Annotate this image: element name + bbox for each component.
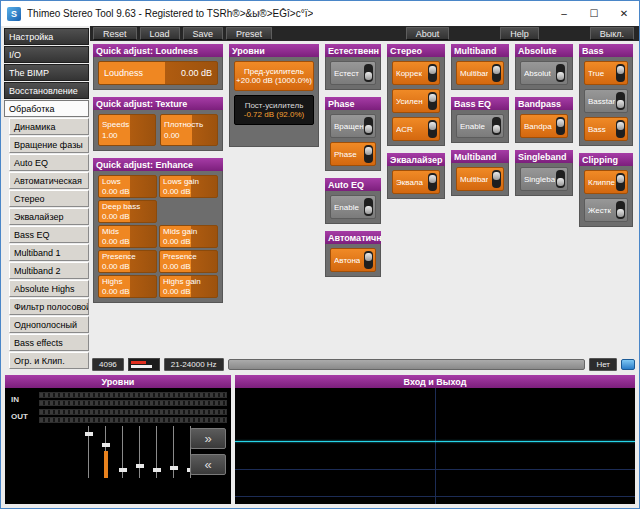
module-column-5: Bass True Basstar Bass	[579, 44, 633, 227]
toggle-phase-rotation[interactable]: Вращен	[330, 114, 376, 138]
presence-gain-slider[interactable]: Presence 0.00 dB	[159, 250, 218, 273]
fader[interactable]	[170, 426, 178, 478]
panel-title: Singleband	[515, 150, 573, 163]
panel-bass: Bass True Basstar Bass	[579, 44, 633, 146]
save-button[interactable]: Save	[183, 27, 224, 40]
post-amplifier-button[interactable]: Пост-усилитель -0.72 dB (92.0%)	[234, 95, 314, 125]
sidebar-item-processing[interactable]: Обработка	[4, 100, 89, 117]
toggle-stereo-boost[interactable]: Усилен	[392, 89, 440, 113]
toggle-natural[interactable]: Естест	[330, 61, 376, 85]
lows-slider[interactable]: Lows 0.00 dB	[98, 175, 157, 198]
toggle-basstardizer[interactable]: Basstar	[584, 89, 628, 113]
sidebar-item-multiband-2[interactable]: Multiband 2	[9, 262, 89, 279]
sidebar-item-multiband-1[interactable]: Multiband 1	[9, 244, 89, 261]
toggle-clipper[interactable]: Клиппе	[584, 170, 628, 194]
pre-amplifier-button[interactable]: Пред-усилитель +20.00 dB (1000.0%)	[234, 61, 314, 91]
fader[interactable]	[102, 426, 110, 478]
sidebar-item-phase-rotation[interactable]: Вращение фазы	[9, 136, 89, 153]
panel-title: Стерео	[387, 44, 445, 57]
panel-title: Вход и Выход	[235, 375, 635, 388]
toggle-bass[interactable]: Bass	[584, 117, 628, 141]
toggle-multiband-1[interactable]: Multibar	[456, 61, 504, 85]
toggle-singleband[interactable]: Singleba	[520, 167, 568, 191]
sidebar-item-singleband[interactable]: Однополосный	[9, 316, 89, 333]
sidebar-item-absolute-highs[interactable]: Absolute Highs	[9, 280, 89, 297]
panel-title: Bass EQ	[451, 97, 509, 110]
slider-label: Lows	[102, 177, 153, 186]
sidebar-item-bass-effects[interactable]: Bass effects	[9, 334, 89, 351]
toggle-multiband-2[interactable]: Multibar	[456, 167, 504, 191]
fader[interactable]	[153, 426, 161, 478]
toggle-absolute[interactable]: Absolut	[520, 61, 568, 85]
sidebar-item-stereo[interactable]: Стерео	[9, 190, 89, 207]
toggle-auto-eq-enable[interactable]: Enable	[330, 195, 376, 219]
fader[interactable]	[119, 426, 127, 478]
content-area: Настройка I/O The BIMP Восстановление Об…	[1, 26, 639, 372]
highs-slider[interactable]: Highs 0.00 dB	[98, 275, 157, 298]
sidebar-item-equalizer[interactable]: Эквалайзер	[9, 208, 89, 225]
maximize-button[interactable]: ☐	[579, 1, 609, 26]
toggle-knob-icon	[556, 64, 565, 82]
frequency-range-button[interactable]: 21-24000 Hz	[164, 358, 224, 371]
toggle-bass-eq-enable[interactable]: Enable	[456, 114, 504, 138]
back-button[interactable]: «	[190, 454, 226, 475]
toggle-acr[interactable]: ACR	[392, 117, 440, 141]
preset-button[interactable]: Preset	[226, 27, 272, 40]
toggle-stereo-correct[interactable]: Коррек	[392, 61, 440, 85]
sidebar-item-automatic[interactable]: Автоматическая	[9, 172, 89, 189]
toggle-equalizer[interactable]: Эквала	[392, 170, 440, 194]
sidebar-item-auto-eq[interactable]: Auto EQ	[9, 154, 89, 171]
fader[interactable]	[85, 426, 93, 478]
sidebar-item-bandpass-filter[interactable]: Фильтр полосовой	[9, 298, 89, 315]
load-button[interactable]: Load	[140, 27, 180, 40]
module-column-3: Multiband Multibar Bass EQ Enable	[451, 44, 509, 196]
speeds-slider[interactable]: Speeds 1.00	[98, 114, 156, 146]
density-slider[interactable]: Плотность 0.00	[160, 114, 218, 146]
reset-button[interactable]: Reset	[93, 27, 137, 40]
panel-title: Bandpass	[515, 97, 573, 110]
minimize-button[interactable]: –	[549, 1, 579, 26]
close-button[interactable]: ✕	[609, 1, 639, 26]
presence-slider[interactable]: Presence 0.00 dB	[98, 250, 157, 273]
sidebar-item-io[interactable]: I/O	[4, 46, 89, 63]
panel-title: Phase	[325, 97, 381, 110]
toggle-phase[interactable]: Phase	[330, 142, 376, 166]
toggle-hard-clip[interactable]: Жестк	[584, 198, 628, 222]
panel-stereo: Стерео Коррек Усилен ACR	[387, 44, 445, 146]
about-button[interactable]: About	[406, 27, 450, 40]
toggle-knob-icon	[556, 170, 565, 188]
app-icon: S	[7, 7, 21, 21]
slider-label: Presence	[163, 252, 214, 261]
sidebar-item-settings[interactable]: Настройка	[4, 28, 89, 45]
loudness-slider[interactable]: Loudness 0.00 dB	[98, 61, 218, 85]
signal-trace	[235, 441, 635, 442]
panel-title: Quick adjust: Texture	[93, 97, 223, 110]
mids-slider[interactable]: Mids 0.00 dB	[98, 225, 157, 248]
buffer-size-button[interactable]: 4096	[92, 358, 124, 371]
toggle-knob-icon	[364, 145, 373, 163]
lows-gain-slider[interactable]: Lows gain 0.00 dB	[159, 175, 218, 198]
deep-bass-slider[interactable]: Deep bass 0.00 dB	[98, 200, 157, 223]
power-off-button[interactable]: Выкл.	[590, 27, 634, 40]
help-button[interactable]: Help	[500, 27, 539, 40]
panel-title: Bass	[579, 44, 633, 57]
mids-gain-slider[interactable]: Mids gain 0.00 dB	[159, 225, 218, 248]
slider-value: 0.00 dB	[163, 237, 214, 246]
sidebar-item-the-bimp[interactable]: The BIMP	[4, 64, 89, 81]
sidebar-item-dynamics[interactable]: Динамика	[9, 118, 89, 135]
fader[interactable]	[136, 426, 144, 478]
highs-gain-slider[interactable]: Highs gain 0.00 dB	[159, 275, 218, 298]
sidebar-item-repair[interactable]: Восстановление	[4, 82, 89, 99]
forward-button[interactable]: »	[190, 428, 226, 449]
panel-title: Quick adjust: Enhance	[93, 158, 223, 171]
toggle-knob-icon	[492, 117, 501, 135]
panel-title: Уровни	[5, 375, 231, 388]
toggle-automatic[interactable]: Автона	[330, 248, 376, 272]
toggle-knob-icon	[492, 170, 501, 188]
sidebar-item-limiter-clipper[interactable]: Огр. и Клип.	[9, 352, 89, 369]
input-meter-row: IN	[11, 392, 227, 406]
toggle-bass-true[interactable]: True	[584, 61, 628, 85]
module-column-2: Стерео Коррек Усилен ACR	[387, 44, 445, 199]
toggle-bandpass[interactable]: Bandpa	[520, 114, 568, 138]
sidebar-item-bass-eq[interactable]: Bass EQ	[9, 226, 89, 243]
